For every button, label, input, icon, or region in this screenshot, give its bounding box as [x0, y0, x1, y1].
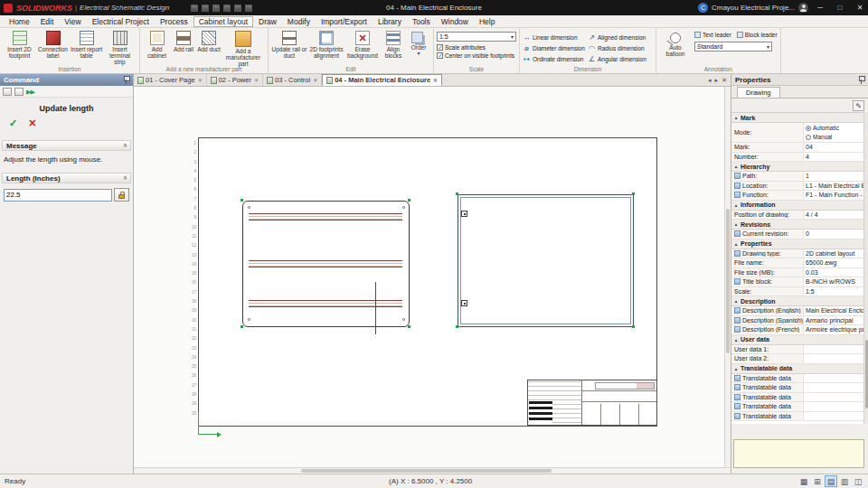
tab-close-icon[interactable]: ✕: [198, 77, 203, 83]
dimension-standard-select[interactable]: Standard ▾: [694, 42, 772, 52]
titlebar-tool-icon[interactable]: [202, 5, 209, 12]
radio-manual[interactable]: Manual: [806, 133, 832, 141]
property-value[interactable]: 1: [804, 172, 863, 181]
length-adjust-cursor-line[interactable]: [375, 282, 376, 334]
property-value[interactable]: 65000.ewg: [804, 258, 863, 267]
linear-dimension-button[interactable]: ↔Linear dimension: [523, 33, 588, 42]
maximize-button[interactable]: □: [832, 0, 848, 15]
property-value[interactable]: Main Electrical Enclosure: [804, 306, 863, 315]
add-cabinet-button[interactable]: Add cabinet: [143, 30, 171, 59]
property-section-description[interactable]: ▴Description: [731, 296, 863, 306]
selected-enclosure-rect[interactable]: [458, 194, 634, 327]
add-rail-button[interactable]: Add rail: [171, 30, 196, 52]
selection-point[interactable]: [456, 325, 458, 328]
user-account-icon[interactable]: [798, 3, 808, 13]
avatar[interactable]: C: [698, 3, 708, 13]
property-value[interactable]: [804, 412, 863, 421]
menu-view[interactable]: View: [59, 16, 86, 27]
snap-icon[interactable]: ⊞: [811, 475, 824, 487]
aligned-dimension-button[interactable]: ↗Aligned dimension: [588, 33, 653, 42]
selection-point[interactable]: [456, 192, 458, 195]
property-section-properties[interactable]: ▴Properties: [731, 239, 863, 249]
scrollbar-thumb[interactable]: [726, 209, 730, 353]
selection-grip[interactable]: [461, 300, 467, 306]
property-value[interactable]: 1:5: [804, 287, 863, 296]
pin-icon[interactable]: [123, 76, 129, 84]
erase-background-button[interactable]: Erase background: [345, 30, 380, 59]
text-leader-button[interactable]: Text leader: [694, 32, 731, 38]
length-section-header[interactable]: Length (Inches) «: [2, 173, 131, 183]
confirm-button[interactable]: ✓: [9, 118, 17, 127]
menu-electrical-project[interactable]: Electrical Project: [87, 16, 155, 27]
selection-point[interactable]: [632, 325, 635, 328]
property-section-information[interactable]: ▴Information: [731, 201, 863, 211]
tab-close-all-icon[interactable]: ✕: [722, 77, 727, 84]
panel-layout-icon[interactable]: [14, 88, 24, 96]
property-value[interactable]: [804, 383, 863, 392]
titlebar-tool-icon[interactable]: [191, 5, 198, 12]
property-section-user-data[interactable]: ▴User data: [731, 335, 863, 345]
tab-drawing[interactable]: Drawing: [737, 87, 780, 98]
property-section-translatable-data[interactable]: ▴Translatable data: [731, 364, 863, 374]
selection-point[interactable]: [408, 199, 410, 202]
selection-grip[interactable]: [461, 211, 467, 217]
titlebar-tool-icon[interactable]: [245, 5, 252, 12]
menu-window[interactable]: Window: [436, 16, 474, 27]
scrollbar-thumb[interactable]: [865, 340, 868, 408]
property-value[interactable]: B-INCH w/ROWS: [804, 277, 863, 286]
add-manufacturer-part-button[interactable]: Add a manufacturer part: [222, 30, 265, 67]
property-section-mark[interactable]: ▴Mark: [731, 113, 863, 123]
property-value[interactable]: Armario principal: [804, 316, 863, 325]
property-section-hierarchy[interactable]: ▴Hierarchy: [731, 162, 863, 172]
property-value[interactable]: [804, 402, 863, 411]
menu-process[interactable]: Process: [155, 16, 193, 27]
menu-home[interactable]: Home: [4, 16, 35, 27]
tab-scroll-left-icon[interactable]: ◂: [708, 77, 712, 84]
property-value[interactable]: L1 - Main Electrical Encl: [804, 182, 863, 191]
minimize-button[interactable]: ─: [812, 0, 828, 15]
display-options-icon[interactable]: ◫: [852, 475, 864, 487]
scale-attributes-checkbox[interactable]: ✓ Scale attributes: [437, 44, 516, 51]
ordinate-dimension-button[interactable]: ↦Ordinate dimension: [523, 55, 588, 63]
panel-layout-icon[interactable]: [3, 88, 12, 96]
center-on-footprints-checkbox[interactable]: ✓ Center on visible footprints: [437, 52, 516, 59]
titlebar-tool-icon[interactable]: [212, 5, 220, 12]
length-input[interactable]: [4, 189, 112, 202]
properties-scrollbar[interactable]: [863, 112, 868, 424]
auto-balloon-button[interactable]: Auto balloon: [659, 30, 692, 57]
order-button[interactable]: Order ▾: [407, 30, 430, 56]
property-value[interactable]: [804, 393, 863, 402]
document-tab-01-cover-page[interactable]: 01 - Cover Page✕: [134, 74, 207, 86]
property-value[interactable]: 4: [804, 153, 863, 162]
canvas-horizontal-scrollbar[interactable]: [134, 467, 731, 474]
insert-2d-footprint-button[interactable]: Insert 2D footprint: [3, 30, 36, 59]
insert-report-table-button[interactable]: Insert report table: [70, 30, 103, 59]
din-rail-being-edited[interactable]: [249, 300, 402, 307]
grid-icon[interactable]: ▦: [797, 475, 810, 487]
menu-draw[interactable]: Draw: [253, 16, 282, 27]
scrollbar-thumb[interactable]: [301, 469, 552, 473]
menu-edit[interactable]: Edit: [35, 16, 60, 27]
property-value[interactable]: [804, 374, 863, 383]
insert-terminal-strip-button[interactable]: Insert terminal strip: [103, 30, 137, 65]
menu-import-export[interactable]: Import/Export: [316, 16, 373, 27]
document-tab-03-control[interactable]: 03 - Control✕: [263, 74, 322, 86]
cancel-button[interactable]: ✕: [28, 118, 36, 127]
tab-close-icon[interactable]: ✕: [313, 77, 317, 83]
selection-filter-icon[interactable]: ▤: [825, 475, 837, 487]
tab-close-icon[interactable]: ✕: [433, 77, 438, 83]
message-section-header[interactable]: Message «: [2, 140, 131, 151]
property-value[interactable]: [804, 354, 863, 363]
property-value[interactable]: 0.03: [804, 268, 863, 277]
titlebar-tool-icon[interactable]: [223, 5, 231, 12]
selection-point[interactable]: [408, 325, 410, 328]
din-rail[interactable]: [249, 260, 402, 267]
add-duct-button[interactable]: Add duct: [196, 30, 222, 52]
diameter-dimension-button[interactable]: ⌀Diameter dimension: [523, 44, 588, 52]
selection-point[interactable]: [241, 325, 243, 328]
update-rail-or-duct-button[interactable]: Update rail or duct: [271, 30, 307, 59]
close-button[interactable]: ✕: [852, 0, 868, 15]
property-value[interactable]: 04: [804, 143, 863, 152]
block-leader-button[interactable]: Block leader: [737, 32, 778, 38]
footprints-alignment-button[interactable]: 2D footprints alignment: [307, 30, 345, 59]
